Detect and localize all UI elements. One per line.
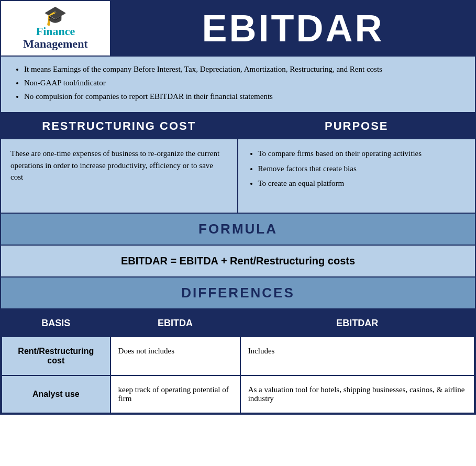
logo: 🎓 Finance Management xyxy=(23,6,87,50)
intro-list: It means Earnings of the company Before … xyxy=(12,64,464,102)
row2-ebitdar: As a valuation tool for hotels, shipping… xyxy=(240,375,474,413)
purpose-body: To compare firms based on their operatin… xyxy=(238,139,475,213)
restructuring-header: RESTRUCTURING COST xyxy=(1,113,237,139)
table-row: Analyst use keep track of operating pote… xyxy=(2,375,474,413)
logo-area: 🎓 Finance Management xyxy=(1,1,111,56)
title-area: EBITDAR xyxy=(111,1,475,56)
col-header-ebitda: EBITDA xyxy=(110,310,240,337)
row2-basis: Analyst use xyxy=(2,375,110,413)
row2-ebitda: keep track of operating potential of fir… xyxy=(110,375,240,413)
intro-item-1: It means Earnings of the company Before … xyxy=(24,64,464,75)
purpose-list: To compare firms based on their operatin… xyxy=(248,148,466,190)
row1-basis: Rent/Restructuring cost xyxy=(2,337,110,375)
logo-icon: 🎓 xyxy=(23,6,87,25)
purpose-item-1: To compare firms based on their operatin… xyxy=(258,148,466,160)
row1-ebitdar: Includes xyxy=(240,337,474,375)
intro-item-2: Non-GAAP tool/indicator xyxy=(24,77,464,88)
differences-header: DIFFERENCES xyxy=(1,278,475,309)
intro-item-3: No compulsion for companies to report EB… xyxy=(24,91,464,102)
restructuring-body: These are one-time expenses of business … xyxy=(1,139,237,213)
formula-header: FORMULA xyxy=(1,214,475,246)
table-row: Rent/Restructuring cost Does not include… xyxy=(2,337,474,375)
differences-table: BASIS EBITDA EBITDAR Rent/Restructuring … xyxy=(1,309,475,414)
logo-brand: Finance Management xyxy=(23,25,87,50)
main-container: 🎓 Finance Management EBITDAR It means Ea… xyxy=(0,0,476,415)
restructuring-col: RESTRUCTURING COST These are one-time ex… xyxy=(1,113,238,213)
purpose-item-2: Remove factors that create bias xyxy=(258,163,466,175)
header: 🎓 Finance Management EBITDAR xyxy=(1,1,475,57)
purpose-item-3: To create an equal platform xyxy=(258,177,466,190)
col-header-ebitdar: EBITDAR xyxy=(240,310,474,337)
purpose-header: PURPOSE xyxy=(238,113,475,139)
row1-ebitda: Does not includes xyxy=(110,337,240,375)
main-title: EBITDAR xyxy=(202,7,384,50)
two-col-section: RESTRUCTURING COST These are one-time ex… xyxy=(1,113,475,214)
formula-body: EBITDAR = EBITDA + Rent/Restructuring co… xyxy=(1,246,475,278)
col-header-basis: BASIS xyxy=(2,310,110,337)
intro-section: It means Earnings of the company Before … xyxy=(1,57,475,113)
table-header-row: BASIS EBITDA EBITDAR xyxy=(2,310,474,337)
purpose-col: PURPOSE To compare firms based on their … xyxy=(238,113,475,213)
